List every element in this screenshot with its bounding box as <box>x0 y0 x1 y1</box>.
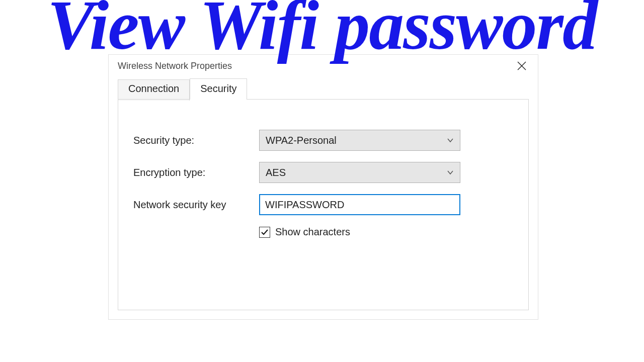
close-button[interactable] <box>510 55 534 77</box>
row-show-characters: Show characters <box>259 226 513 238</box>
check-icon <box>261 228 269 236</box>
security-type-dropdown[interactable]: WPA2-Personal <box>259 130 460 151</box>
tab-connection[interactable]: Connection <box>118 79 190 101</box>
chevron-down-icon <box>447 137 454 144</box>
encryption-type-dropdown[interactable]: AES <box>259 162 460 183</box>
security-type-value: WPA2-Personal <box>266 135 337 146</box>
network-properties-dialog: Wireless Network Properties Connection S… <box>108 54 538 320</box>
network-key-input[interactable] <box>259 194 460 215</box>
row-encryption-type: Encryption type: AES <box>133 162 513 183</box>
label-show-characters[interactable]: Show characters <box>275 226 350 238</box>
encryption-type-value: AES <box>266 167 286 178</box>
label-security-type: Security type: <box>133 135 259 146</box>
close-icon <box>517 61 526 70</box>
label-network-key: Network security key <box>133 199 259 211</box>
show-characters-checkbox[interactable] <box>259 227 270 238</box>
chevron-down-icon <box>447 169 454 176</box>
tab-security[interactable]: Security <box>190 78 247 100</box>
label-encryption-type: Encryption type: <box>133 167 259 178</box>
tab-panel-security: Security type: WPA2-Personal Encryption … <box>118 99 529 310</box>
tab-strip: Connection Security <box>109 78 538 99</box>
row-security-type: Security type: WPA2-Personal <box>133 130 513 151</box>
headline-overlay: View Wifi password <box>0 0 644 60</box>
row-network-key: Network security key <box>133 194 513 215</box>
